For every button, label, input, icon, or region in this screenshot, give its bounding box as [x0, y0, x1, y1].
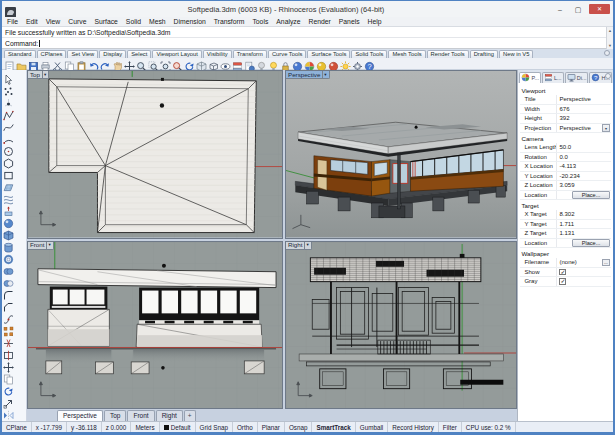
status-z-0-000[interactable]: z 0.000 — [102, 422, 132, 432]
rotate-object-icon[interactable] — [3, 383, 14, 394]
zoom-selected-icon[interactable] — [172, 58, 183, 69]
cut-icon[interactable] — [52, 58, 63, 69]
redo-icon[interactable] — [100, 58, 111, 69]
mirror-icon[interactable] — [3, 407, 14, 418]
toggle-gumball[interactable]: Gumball — [356, 422, 388, 432]
viewport-tab-right[interactable]: Right — [156, 410, 183, 421]
menu-view[interactable]: View — [46, 18, 61, 25]
viewport-menu-arrow-icon[interactable]: ▾ — [42, 71, 46, 79]
paste-icon[interactable] — [76, 58, 87, 69]
toggle-planar[interactable]: Planar — [258, 422, 285, 432]
toolbar-tab-standard[interactable]: Standard — [4, 50, 36, 58]
value-text[interactable]: 1.711 — [559, 221, 574, 227]
polyline-icon[interactable] — [3, 107, 14, 118]
menu-file[interactable]: File — [7, 18, 18, 25]
menu-solid[interactable]: Solid — [126, 18, 141, 25]
rectangle-icon[interactable] — [3, 167, 14, 178]
hide-objects-icon[interactable] — [256, 58, 267, 69]
show-checkbox[interactable]: ✓ — [559, 269, 566, 276]
value-text[interactable]: Perspective — [559, 96, 590, 102]
new-viewport-tab-button[interactable]: + — [184, 410, 196, 421]
toggle-smarttrack[interactable]: SmartTrack — [312, 422, 355, 432]
viewport-menu-arrow-icon[interactable]: ▾ — [304, 241, 308, 249]
viewport-right-title[interactable]: Right▾ — [286, 242, 312, 250]
command-scrollbar[interactable]: ▲▼ — [606, 27, 613, 49]
viewport-right[interactable]: Right▾ — [285, 241, 517, 410]
viewport-perspective-title[interactable]: Perspective▾ — [286, 71, 330, 79]
rotate-view-icon[interactable] — [184, 58, 195, 69]
zoom-dynamic-icon[interactable] — [136, 58, 147, 69]
status-x-17-799[interactable]: x -17.799 — [32, 422, 67, 432]
toggle-record-history[interactable]: Record History — [388, 422, 439, 432]
toggle-grid-snap[interactable]: Grid Snap — [196, 422, 233, 432]
panel-options-icon[interactable] — [605, 73, 611, 79]
menu-dimension[interactable]: Dimension — [174, 18, 206, 25]
panel-tab-layers[interactable]: L... — [542, 72, 564, 83]
viewport-tab-front[interactable]: Front — [127, 410, 154, 421]
select-icon[interactable] — [3, 71, 14, 82]
toggle-osnap[interactable]: Osnap — [285, 422, 313, 432]
grid-options-icon[interactable] — [352, 58, 363, 69]
status-meters[interactable]: Meters — [131, 422, 159, 432]
sphere-icon[interactable] — [3, 215, 14, 226]
status-cplane[interactable]: CPlane — [2, 422, 32, 432]
join-icon[interactable] — [3, 311, 14, 322]
chamfer-icon[interactable] — [3, 299, 14, 310]
viewport-top-title[interactable]: Top▾ — [28, 71, 49, 79]
toolbar-tab-display[interactable]: Display — [99, 50, 126, 58]
menu-mesh[interactable]: Mesh — [149, 18, 166, 25]
point-icon[interactable] — [3, 95, 14, 106]
material-editor-icon[interactable] — [316, 58, 327, 69]
menu-render[interactable]: Render — [309, 18, 331, 25]
undo-icon[interactable] — [88, 58, 99, 69]
copy-to-clipboard-icon[interactable] — [64, 58, 75, 69]
menu-edit[interactable]: Edit — [26, 18, 38, 25]
lock-objects-icon[interactable] — [280, 58, 291, 69]
scroll-up-icon[interactable]: ▲ — [608, 28, 612, 33]
dropdown-arrow-icon[interactable]: ▾ — [602, 124, 610, 132]
viewport-front[interactable]: Front▾ — [27, 241, 283, 410]
environment-editor-icon[interactable] — [328, 58, 339, 69]
browse-file-button[interactable]: ... — [602, 259, 610, 266]
toolbar-tab-surface-tools[interactable]: Surface Tools — [307, 50, 350, 58]
toolbar-tab-select[interactable]: Select — [127, 50, 151, 58]
value-text[interactable]: -20.234 — [559, 173, 579, 179]
extrude-icon[interactable] — [3, 203, 14, 214]
viewport-tab-perspective[interactable]: Perspective — [57, 410, 103, 421]
print-icon[interactable] — [40, 58, 51, 69]
pan-icon[interactable] — [112, 58, 123, 69]
circle-icon[interactable] — [3, 143, 14, 154]
zoom-window-icon[interactable] — [148, 58, 159, 69]
cylinder-icon[interactable] — [3, 239, 14, 250]
menu-curve[interactable]: Curve — [68, 18, 86, 25]
viewport-front-title[interactable]: Front▾ — [28, 242, 54, 250]
polygon-icon[interactable] — [3, 155, 14, 166]
toolbar-tab-curve-tools[interactable]: Curve Tools — [268, 50, 307, 58]
sun-settings-icon[interactable] — [340, 58, 351, 69]
close-button[interactable]: ✕ — [589, 4, 610, 14]
title-bar[interactable]: Softpedia.3dm (6003 KB) - Rhinoceros (Ev… — [2, 1, 613, 17]
toolbar-tab-drafting[interactable]: Drafting — [470, 50, 498, 58]
render-icon[interactable] — [292, 58, 303, 69]
toolbar-tab-cplanes[interactable]: CPlanes — [37, 50, 67, 58]
status-y-36-118[interactable]: y -36.118 — [67, 422, 102, 432]
menu-help[interactable]: Help — [368, 18, 382, 25]
wireframe-viewport-icon[interactable] — [208, 58, 219, 69]
panel-tab-properties[interactable]: P... — [519, 72, 541, 83]
help-ball-icon[interactable]: ? — [364, 58, 375, 69]
menu-surface[interactable]: Surface — [94, 18, 117, 25]
arc-icon[interactable] — [3, 131, 14, 142]
surface-icon[interactable] — [3, 179, 14, 190]
points-multiple-icon[interactable] — [3, 83, 14, 94]
toolbar-tab-new-in-v5[interactable]: New in V5 — [499, 50, 533, 58]
scale-icon[interactable] — [3, 395, 14, 406]
shaded-viewport-icon[interactable] — [196, 58, 207, 69]
viewport-menu-arrow-icon[interactable]: ▾ — [322, 71, 326, 79]
value-text[interactable]: -4.113 — [559, 163, 576, 169]
status-default[interactable]: Default — [160, 422, 196, 432]
object-properties-icon[interactable] — [244, 58, 255, 69]
open-file-icon[interactable] — [16, 58, 27, 69]
zoom-extents-icon[interactable] — [160, 58, 171, 69]
value-text[interactable]: 1.131 — [559, 230, 574, 236]
render-preview-icon[interactable] — [304, 58, 315, 69]
